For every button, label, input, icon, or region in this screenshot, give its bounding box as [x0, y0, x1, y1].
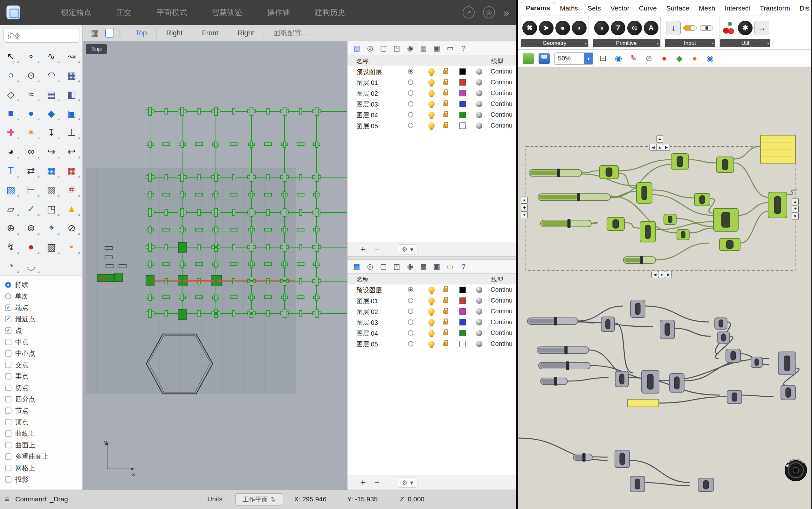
layer-row[interactable]: 图层 05Continu	[347, 120, 516, 131]
toolbar-icon-19[interactable]: ⊥	[61, 123, 82, 142]
layer-color-swatch[interactable]	[459, 68, 466, 75]
layer-material-sphere[interactable]	[476, 319, 482, 326]
layer-linetype[interactable]: Continu	[490, 122, 516, 129]
cherry-picker-icon[interactable]	[722, 21, 736, 35]
toolbar-icon-24[interactable]: T	[1, 161, 21, 180]
layer-color-swatch[interactable]	[459, 79, 466, 86]
gh-component-icon[interactable]: ✱	[738, 21, 752, 35]
monitor-icon[interactable]: ▭	[445, 44, 455, 53]
toolbar-icon-5[interactable]: ⊙	[21, 66, 41, 84]
shaded-preview-icon[interactable]: ●	[659, 53, 670, 64]
osnap-checkbox-14[interactable]	[5, 465, 11, 471]
toggle-icon[interactable]	[699, 21, 714, 35]
toolbar-icon-11[interactable]: ◧	[61, 84, 82, 104]
blue-sphere-icon[interactable]: ◉	[705, 53, 715, 64]
viewport-top[interactable]: yx Top	[83, 41, 347, 489]
layer-row[interactable]: 预设图层Continu	[347, 66, 516, 77]
toolbar-icon-25[interactable]: ⇄	[21, 161, 41, 180]
toolbar-icon-13[interactable]: ●	[21, 104, 41, 123]
gh-component-icon[interactable]: A	[644, 21, 658, 35]
toolbar-icon-45[interactable]: ◡	[21, 257, 41, 275]
toolbar-icon-0[interactable]: ↖	[1, 46, 21, 66]
layer-current-radio[interactable]	[408, 79, 413, 85]
toolbar-icon-15[interactable]: ▣	[61, 104, 82, 123]
toolbar-icon-8[interactable]: ◇	[1, 84, 21, 104]
canvas-widget-button-1[interactable]: ◀	[650, 144, 657, 151]
toolbar-icon-16[interactable]: ✚	[1, 123, 21, 142]
toolbar-icon-9[interactable]: ≈	[21, 84, 41, 104]
osnap-checkbox-10[interactable]	[5, 419, 11, 425]
layer-current-radio[interactable]	[408, 330, 413, 336]
gh-tab-intersect[interactable]: Intersect	[720, 3, 755, 14]
osnap-checkbox-15[interactable]	[5, 476, 11, 483]
layer-color-swatch[interactable]	[459, 123, 466, 129]
grid-icon[interactable]: ▦	[419, 263, 428, 271]
toolbar-icon-23[interactable]: ↩	[61, 142, 82, 161]
gh-component-icon[interactable]: ➤	[539, 21, 554, 35]
layer-color-swatch[interactable]	[459, 341, 466, 347]
toolbar-icon-31[interactable]: #	[61, 180, 82, 199]
toolbar-icon-1[interactable]: ∘	[21, 46, 41, 66]
gh-tab-params[interactable]: Params	[521, 2, 555, 14]
layer-color-swatch[interactable]	[459, 298, 466, 304]
gh-canvas[interactable]: ≣◀▲▶◀●▶▲✚▼▲✚▼	[518, 67, 811, 509]
panels-icon[interactable]: ▣	[432, 263, 442, 271]
canvas-widget-button-9[interactable]: ▼	[521, 211, 528, 218]
layer-lock-icon[interactable]	[443, 310, 448, 314]
toolbar-icon-26[interactable]: ▦	[41, 161, 62, 180]
osnap-checkbox-8[interactable]	[5, 396, 11, 402]
viewport-tab-right[interactable]: Right	[228, 28, 264, 38]
layer-color-swatch[interactable]	[459, 330, 466, 336]
layer-material-sphere[interactable]	[476, 68, 482, 75]
menu-item-5[interactable]: 建构历史	[315, 7, 345, 18]
canvas-widget-button-10[interactable]: ▲	[792, 198, 799, 205]
gh-tab-transform[interactable]: Transform	[755, 3, 795, 14]
menu-item-4[interactable]: 操作轴	[267, 7, 290, 18]
gh-tab-dis[interactable]: Dis	[795, 3, 811, 14]
fit-view-icon[interactable]: ⊡	[598, 53, 608, 64]
monitor-icon[interactable]: ▭	[445, 263, 455, 271]
gh-component-icon[interactable]: ✖	[522, 21, 537, 35]
camera-icon[interactable]: ◉	[405, 44, 415, 53]
layer-material-sphere[interactable]	[476, 90, 482, 96]
viewport-title-badge[interactable]: Top	[86, 44, 107, 54]
toolbar-icon-43[interactable]: •	[61, 237, 82, 257]
layer-linetype[interactable]: Continu	[490, 340, 516, 347]
gh-component-icon[interactable]: →	[754, 21, 769, 35]
paint-icon[interactable]: ✎	[628, 53, 639, 64]
toolbar-icon-10[interactable]: ▤	[41, 84, 62, 104]
toolbar-icon-40[interactable]: ↯	[1, 237, 21, 257]
viewport-tab-front[interactable]: Front	[192, 28, 228, 38]
layer-material-sphere[interactable]	[476, 101, 482, 107]
layer-current-radio[interactable]	[408, 69, 413, 74]
layer-linetype[interactable]: Continu	[490, 297, 516, 304]
layer-row[interactable]: 图层 02Continu	[347, 88, 516, 99]
zoom-dropdown-arrow-icon[interactable]: ▾	[584, 53, 593, 64]
toolbar-icon-30[interactable]: ▩	[41, 180, 62, 199]
toolbar-icon-37[interactable]: ⊚	[21, 218, 41, 237]
gh-group-label[interactable]: Input	[665, 39, 715, 47]
layer-linetype[interactable]: Continu	[490, 90, 516, 97]
layer-material-sphere[interactable]	[476, 123, 482, 129]
layer-lock-icon[interactable]	[443, 92, 448, 96]
gh-component-icon[interactable]: 7	[611, 21, 625, 35]
layer-visibility-bulb-icon[interactable]	[428, 330, 435, 336]
preview-eye-icon[interactable]: ◉	[613, 53, 624, 64]
add-layer-button[interactable]: +	[356, 477, 370, 487]
osnap-checkbox-3[interactable]	[5, 339, 11, 345]
layer-linetype[interactable]: Continu	[490, 100, 516, 107]
toolbar-icon-17[interactable]: ✶	[21, 123, 41, 142]
gh-component-icon[interactable]: 01	[627, 21, 642, 35]
toolbar-icon-42[interactable]: ▨	[41, 237, 62, 257]
gh-component-icon[interactable]: ◑	[594, 21, 609, 35]
box-icon[interactable]: ◳	[392, 44, 402, 53]
toolbar-icon-28[interactable]: ▧	[1, 180, 21, 199]
layer-visibility-bulb-icon[interactable]	[428, 319, 435, 326]
osnap-checkbox-2[interactable]: ✓	[5, 327, 11, 334]
cplane-selector[interactable]: 工作平面 ⇅	[235, 494, 283, 506]
layer-visibility-bulb-icon[interactable]	[428, 298, 435, 304]
layer-material-sphere[interactable]	[476, 308, 482, 315]
layer-visibility-bulb-icon[interactable]	[428, 90, 435, 96]
layer-material-sphere[interactable]	[476, 298, 482, 304]
toolbar-icon-39[interactable]: ⊘	[61, 218, 82, 237]
